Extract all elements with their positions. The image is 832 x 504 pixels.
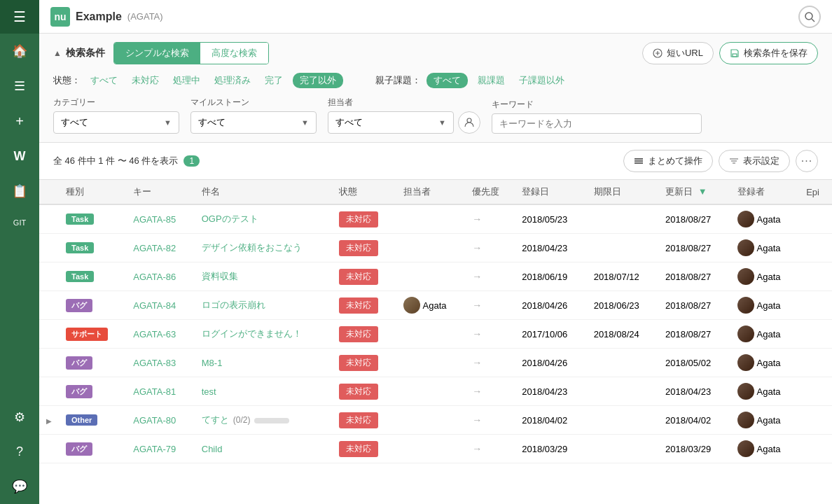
parent-filter-except-child[interactable]: 子課題以外	[515, 73, 569, 88]
type-cell: Task	[59, 234, 126, 262]
name-cell: 資料収集	[195, 262, 332, 291]
registrant-name: Agata	[757, 214, 781, 225]
short-url-button[interactable]: 短いURL	[642, 42, 714, 64]
issue-name-link[interactable]: ログインができません！	[202, 328, 302, 339]
milestone-select[interactable]: すべて ▼	[190, 111, 317, 134]
issue-key-link[interactable]: AGATA-86	[133, 272, 176, 282]
registrant-cell: Agata	[730, 291, 800, 320]
issue-key-link[interactable]: AGATA-84	[133, 300, 176, 311]
table-row: バグAGATA-79Child未対応→2018/03/292018/03/29A…	[39, 435, 832, 463]
tab-advanced-search[interactable]: 高度な検索	[200, 43, 268, 64]
expand-cell	[39, 435, 59, 463]
status-filter-all[interactable]: すべて	[86, 73, 122, 88]
issue-key-link[interactable]: AGATA-79	[133, 444, 176, 454]
search-icon[interactable]	[798, 6, 821, 28]
category-select[interactable]: すべて ▼	[53, 111, 179, 134]
priority-icon: →	[472, 271, 482, 282]
category-dropdown-group: カテゴリー すべて ▼	[53, 97, 179, 134]
status-badge: 未対応	[339, 384, 378, 400]
parent-filter-parent[interactable]: 親課題	[473, 73, 509, 88]
issue-key-link[interactable]: AGATA-63	[133, 329, 176, 340]
search-area: ▲ 検索条件 シンプルな検索 高度な検索 短いURL 検索条件を保存	[39, 34, 832, 143]
issue-key-link[interactable]: AGATA-80	[133, 415, 176, 426]
col-updated[interactable]: 更新日 ▼	[658, 180, 730, 204]
key-cell: AGATA-85	[126, 204, 194, 234]
issue-name-link[interactable]: Child	[202, 444, 223, 454]
assignee-arrow-icon: ▼	[438, 118, 446, 127]
deadline-cell: 2018/08/24	[587, 320, 658, 349]
issue-key-link[interactable]: AGATA-81	[133, 386, 176, 397]
sidebar-item-settings[interactable]: ⚙	[0, 400, 39, 435]
sidebar-item-home[interactable]: 🏠	[0, 34, 39, 69]
keyword-input[interactable]	[492, 113, 702, 134]
issue-key-link[interactable]: AGATA-82	[133, 243, 176, 253]
registrant-cell: Agata	[730, 204, 800, 234]
issue-name-link[interactable]: デザイン依頼をおこなう	[202, 242, 302, 253]
sidebar-item-help[interactable]: ?	[0, 435, 39, 469]
issue-name-link[interactable]: てすと	[202, 414, 229, 425]
type-cell: Task	[59, 262, 126, 291]
status-cell: 未対応	[332, 262, 396, 291]
table-row: TaskAGATA-86資料収集未対応→2018/06/192018/07/12…	[39, 262, 832, 291]
issue-name-link[interactable]: M8-1	[202, 358, 223, 368]
priority-cell: →	[465, 377, 515, 406]
deadline-cell	[587, 349, 658, 377]
sidebar-item-files[interactable]: 📋	[0, 174, 39, 209]
type-cell: バグ	[59, 349, 126, 377]
updated-cell: 2018/08/27	[658, 204, 730, 234]
status-filter-label: 状態：	[53, 74, 81, 87]
issue-name-link[interactable]: 資料収集	[202, 271, 238, 281]
col-epic: Epi	[799, 180, 832, 204]
issues-table: 種別 キー 件名 状態 担当者 優先度 登録日 期限日 更新日 ▼ 登録者 Ep…	[39, 180, 832, 463]
name-cell: test	[195, 377, 332, 406]
more-options-button[interactable]: ···	[796, 150, 818, 172]
issue-name-link[interactable]: ロゴの表示崩れ	[202, 300, 265, 310]
table-row: バグAGATA-84ロゴの表示崩れ未対応Agata→2018/04/262018…	[39, 291, 832, 320]
expand-cell	[39, 204, 59, 234]
parent-filter-all[interactable]: すべて	[427, 73, 468, 88]
save-conditions-label: 検索条件を保存	[744, 47, 807, 59]
expand-button[interactable]: ▶	[46, 417, 52, 425]
save-conditions-button[interactable]: 検索条件を保存	[719, 42, 818, 64]
issue-key-link[interactable]: AGATA-83	[133, 358, 176, 368]
type-cell: バグ	[59, 435, 126, 463]
status-filter-processed[interactable]: 処理済み	[210, 73, 255, 88]
hamburger-icon[interactable]: ☰	[13, 8, 26, 25]
sidebar-item-list[interactable]: ☰	[0, 69, 39, 104]
status-filter-done[interactable]: 完了	[261, 73, 287, 88]
status-filter-processing[interactable]: 処理中	[169, 73, 204, 88]
key-cell: AGATA-81	[126, 377, 194, 406]
issue-key-link[interactable]: AGATA-85	[133, 214, 176, 225]
type-badge: Other	[66, 414, 97, 426]
sidebar-logo[interactable]: ☰	[0, 0, 39, 34]
status-badge: 未対応	[339, 441, 378, 457]
keyword-label: キーワード	[492, 99, 818, 111]
col-key: キー	[126, 180, 194, 204]
col-registrant: 登録者	[730, 180, 800, 204]
assignee-select[interactable]: すべて ▼	[328, 111, 454, 134]
sidebar-item-wiki[interactable]: W	[0, 139, 39, 174]
tab-simple-search[interactable]: シンプルな検索	[114, 43, 200, 64]
display-settings-button[interactable]: 表示設定	[719, 150, 790, 172]
sidebar-item-git[interactable]: GIT	[0, 209, 39, 237]
sidebar-item-chat[interactable]: 💬	[0, 469, 39, 504]
status-filter-unresponded[interactable]: 未対応	[127, 73, 163, 88]
user-select-icon[interactable]	[458, 111, 480, 134]
issue-name-link[interactable]: test	[202, 386, 216, 397]
key-cell: AGATA-79	[126, 435, 194, 463]
table-row: バグAGATA-81test未対応→2018/04/232018/04/23Ag…	[39, 377, 832, 406]
registered-cell: 2018/04/26	[515, 291, 586, 320]
sidebar: ☰ 🏠 ☰ + W 📋 GIT ⚙ ? 💬	[0, 0, 39, 504]
registered-cell: 2018/06/19	[515, 262, 586, 291]
status-filter-not-done[interactable]: 完了以外	[293, 73, 343, 88]
sidebar-item-add[interactable]: +	[0, 104, 39, 139]
bulk-operation-button[interactable]: まとめて操作	[623, 150, 713, 172]
deadline-cell: 2018/07/12	[587, 262, 658, 291]
issue-name-link[interactable]: OGPのテスト	[202, 214, 258, 224]
registrant-avatar	[737, 354, 754, 371]
priority-icon: →	[472, 386, 482, 397]
updated-cell: 2018/04/23	[658, 377, 730, 406]
status-badge: 未対応	[339, 326, 378, 342]
updated-cell: 2018/03/29	[658, 435, 730, 463]
name-cell: ロゴの表示崩れ	[195, 291, 332, 320]
